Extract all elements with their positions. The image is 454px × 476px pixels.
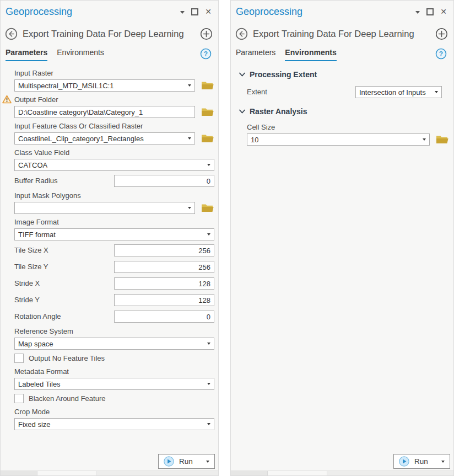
combo-arrow-icon	[207, 233, 210, 236]
geoprocessing-pane-parameters: Geoprocessing ✕ Export Training Data For…	[0, 0, 219, 476]
warning-icon	[2, 95, 12, 106]
tab-environments[interactable]: Environments	[285, 48, 336, 61]
field-label: Image Format	[14, 218, 214, 227]
class-value-field-combobox[interactable]: CATCOA	[14, 159, 214, 171]
field-label: Class Value Field	[14, 148, 214, 157]
rotation-angle-input[interactable]: 0	[114, 311, 214, 323]
image-format-combobox[interactable]: TIFF format	[14, 228, 214, 240]
stride-y-input[interactable]: 128	[114, 294, 214, 306]
section-title: Processing Extent	[250, 70, 317, 79]
play-icon	[164, 456, 174, 467]
field-label: Buffer Radius	[14, 177, 114, 185]
combo-arrow-icon	[207, 164, 210, 166]
chevron-down-icon	[239, 109, 245, 114]
tab-parameters[interactable]: Parameters	[6, 48, 47, 61]
help-icon[interactable]: ?	[200, 48, 212, 60]
environments-form: Processing Extent Extent Intersection of…	[231, 61, 453, 146]
run-menu-arrow-icon[interactable]	[441, 461, 445, 463]
pane-menu-icon[interactable]	[180, 11, 185, 14]
pane-dock-tab-strip	[231, 470, 453, 475]
input-raster-combobox[interactable]: Multispectral_MTD_MSIL1C:1	[14, 79, 195, 92]
combo-arrow-icon	[207, 383, 210, 385]
help-icon[interactable]: ?	[435, 48, 447, 60]
field-cell-size: Cell Size 10	[239, 123, 449, 146]
field-label: Crop Mode	[14, 408, 214, 416]
combo-arrow-icon	[435, 91, 438, 93]
pane-header: Geoprocessing ✕	[1, 1, 218, 22]
pane-header: Geoprocessing ✕	[231, 1, 453, 22]
buffer-radius-input[interactable]: 0	[114, 175, 214, 187]
output-folder-input[interactable]: D:\Coastline category\Data\Category_1	[14, 106, 195, 118]
field-input-feature-class: Input Feature Class Or Classified Raster…	[14, 122, 214, 145]
back-icon[interactable]	[5, 28, 18, 40]
back-icon[interactable]	[235, 28, 248, 40]
output-no-feature-tiles-checkbox[interactable]	[14, 354, 24, 363]
pane-menu-icon[interactable]	[415, 11, 420, 14]
input-mask-polygons-combobox[interactable]	[14, 202, 195, 214]
pane-title: Geoprocessing	[6, 6, 180, 18]
field-label: Input Raster	[14, 69, 214, 78]
section-title: Raster Analysis	[250, 107, 307, 116]
field-label: Tile Size Y	[14, 263, 114, 271]
tool-header: Export Training Data For Deep Learning	[231, 22, 453, 42]
close-icon[interactable]: ✕	[205, 8, 212, 15]
field-input-raster: Input Raster Multispectral_MTD_MSIL1C:1	[14, 69, 214, 92]
checkbox-label: Blacken Around Feature	[29, 394, 105, 403]
field-metadata-format: Metadata Format Labeled Tiles	[14, 367, 214, 390]
tab-environments[interactable]: Environments	[57, 48, 104, 61]
field-label: Input Feature Class Or Classified Raster	[14, 122, 214, 131]
chevron-down-icon	[239, 72, 245, 77]
field-stride-y: Stride Y 128	[14, 294, 214, 306]
combo-arrow-icon	[423, 138, 426, 141]
browse-folder-icon[interactable]	[201, 133, 214, 143]
run-button[interactable]: Run	[158, 454, 215, 469]
field-buffer-radius: Buffer Radius 0	[14, 175, 214, 187]
add-icon[interactable]	[200, 28, 213, 40]
tab-parameters[interactable]: Parameters	[236, 48, 275, 61]
pane-title: Geoprocessing	[236, 6, 415, 18]
field-label: Reference System	[14, 327, 214, 336]
run-button-label: Run	[179, 457, 193, 466]
combo-arrow-icon	[207, 343, 210, 345]
field-tile-size-y: Tile Size Y 256	[14, 261, 214, 273]
browse-folder-icon[interactable]	[436, 135, 449, 145]
field-output-no-feature-tiles: Output No Feature Tiles	[14, 354, 214, 363]
field-label: Stride Y	[14, 296, 114, 304]
run-button[interactable]: Run	[393, 454, 450, 469]
geoprocessing-pane-environments: Geoprocessing ✕ Export Training Data For…	[230, 0, 454, 476]
reference-system-combobox[interactable]: Map space	[14, 338, 214, 350]
tile-size-x-input[interactable]: 256	[114, 244, 214, 256]
field-label: Cell Size	[247, 123, 449, 132]
close-icon[interactable]: ✕	[440, 8, 447, 15]
cell-size-combobox[interactable]: 10	[247, 133, 430, 146]
field-label: Input Mask Polygons	[14, 191, 214, 200]
section-raster-analysis[interactable]: Raster Analysis	[239, 107, 449, 116]
maximize-icon[interactable]	[426, 8, 434, 15]
extent-combobox[interactable]: Intersection of Inputs	[355, 86, 442, 98]
metadata-format-combobox[interactable]: Labeled Tiles	[14, 378, 214, 390]
tile-size-y-input[interactable]: 256	[114, 261, 214, 273]
field-extent: Extent Intersection of Inputs	[239, 86, 449, 98]
field-reference-system: Reference System Map space	[14, 327, 214, 350]
checkbox-label: Output No Feature Tiles	[29, 354, 105, 362]
input-feature-class-combobox[interactable]: CoastlineL_Clip_category1_Rectangles	[14, 132, 195, 145]
browse-folder-icon[interactable]	[201, 81, 214, 90]
tab-bar: Parameters Environments ?	[231, 42, 453, 61]
field-label: Extent	[247, 88, 355, 97]
add-icon[interactable]	[435, 28, 448, 40]
field-crop-mode: Crop Mode Fixed size	[14, 408, 214, 430]
blacken-around-feature-checkbox[interactable]	[14, 394, 24, 403]
run-menu-arrow-icon[interactable]	[206, 461, 209, 463]
field-stride-x: Stride X 128	[14, 277, 214, 290]
crop-mode-combobox[interactable]: Fixed size	[14, 418, 214, 430]
field-label: Output Folder	[14, 95, 58, 104]
parameters-form: Input Raster Multispectral_MTD_MSIL1C:1 …	[1, 61, 218, 430]
tool-header: Export Training Data For Deep Learning	[1, 22, 218, 42]
browse-folder-icon[interactable]	[201, 107, 214, 117]
stride-x-input[interactable]: 128	[114, 277, 214, 290]
browse-folder-icon[interactable]	[201, 203, 214, 213]
field-blacken-around-feature: Blacken Around Feature	[14, 394, 214, 403]
section-processing-extent[interactable]: Processing Extent	[239, 70, 449, 79]
maximize-icon[interactable]	[191, 8, 198, 15]
field-output-folder: Output Folder D:\Coastline category\Data…	[14, 95, 214, 118]
